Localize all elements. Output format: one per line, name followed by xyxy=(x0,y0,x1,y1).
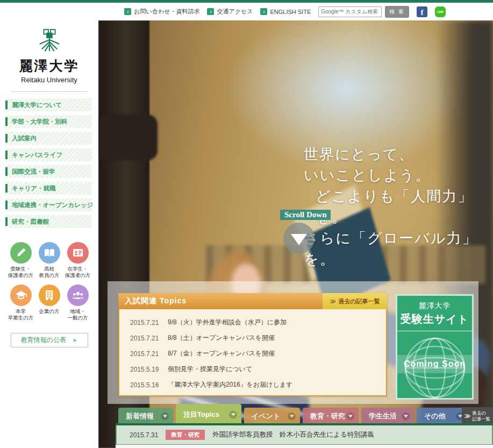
audience-students-parents[interactable]: 在学生・ 保護者の方 xyxy=(63,242,92,279)
sidebar-nav-label: 麗澤大学について xyxy=(12,101,62,109)
audience-links: 受験生・ 保護者の方 高校 教員の方 在学生・ 保護者の方 本学 卒業生の方 xyxy=(6,242,92,321)
logo-title: 麗澤大学 xyxy=(0,57,98,75)
examinee-site-university: 麗澤大学 xyxy=(397,301,472,311)
english-site-link[interactable]: › ENGLISH SITE xyxy=(260,8,311,15)
audience-label: 本学 卒業生の方 xyxy=(6,308,35,322)
english-site-label: ENGLISH SITE xyxy=(270,9,311,15)
topic-date: 2015.5.19 xyxy=(130,366,168,373)
topics-list: 2015.7.21 9/8（火）学外進学相談会（水戸）に参加 2015.7.21… xyxy=(118,309,387,396)
site-search: 検 索 xyxy=(318,6,409,18)
people-icon xyxy=(67,285,89,306)
university-logo[interactable]: 麗澤大学 Reitaku University xyxy=(0,20,98,84)
id-card-icon xyxy=(67,242,89,264)
sidebar: 麗澤大学 Reitaku University 麗澤大学について 学部・大学院・… xyxy=(0,20,98,448)
tab-label: 学生生活 xyxy=(369,411,397,421)
topic-text: 8/7（金）オープンキャンパスを開催 xyxy=(168,349,275,358)
audience-label: 企業の方 xyxy=(35,308,63,315)
hero-tagline-line: さらに「グローバル力」を。 xyxy=(304,228,493,270)
topic-date: 2015.7.21 xyxy=(130,319,168,326)
sidebar-nav-item[interactable]: 地域連携・オープンカレッジ xyxy=(5,198,92,211)
news-category-badge: 教育・研究 xyxy=(166,430,205,440)
sidebar-nav-label: キャリア・就職 xyxy=(12,184,56,193)
audience-label: 高校 教員の方 xyxy=(35,266,63,279)
sidebar-nav-label: 国際交流・留学 xyxy=(12,168,55,176)
contact-request-label: お問い合わせ・資料請求 xyxy=(134,8,199,16)
building-icon xyxy=(39,285,60,306)
tab-education-research[interactable]: 教育・研究 xyxy=(303,408,359,425)
sidebar-nav-item[interactable]: 入試案内 xyxy=(5,132,92,145)
topic-date: 2015.7.21 xyxy=(130,335,168,342)
contact-request-link[interactable]: › お問い合わせ・資料請求 xyxy=(124,8,199,16)
topic-date: 2015.5.16 xyxy=(130,381,168,389)
topics-list-item[interactable]: 2015.7.21 8/7（金）オープンキャンパスを開催 xyxy=(119,346,386,361)
sidebar-nav-item[interactable]: 国際交流・留学 xyxy=(5,165,92,178)
admissions-topics-box: 入試関連 Topics ≫ 過去の記事一覧 2015.7.21 9/8（火）学外… xyxy=(118,293,387,396)
audience-hs-teachers[interactable]: 高校 教員の方 xyxy=(35,242,63,279)
sidebar-nav-label: 研究・図書館 xyxy=(12,218,49,226)
chevron-down-icon xyxy=(346,413,354,421)
topics-archive-button[interactable]: ≫ 過去の記事一覧 xyxy=(323,293,387,309)
access-label: 交通アクセス xyxy=(217,8,253,16)
topic-text: 『麗澤大学入学案内2016』をお届けします xyxy=(168,380,292,389)
tab-student-life[interactable]: 学生生活 xyxy=(361,408,414,425)
tab-featured-topics[interactable]: 注目Topics xyxy=(176,404,241,425)
tab-others[interactable]: その他 xyxy=(417,408,468,425)
chevron-right-icon: › xyxy=(207,8,214,15)
hero-tagline-line: いいことしよう。 xyxy=(304,165,493,186)
audience-label: 在学生・ 保護者の方 xyxy=(63,266,92,279)
chevron-down-icon xyxy=(161,413,169,421)
next-row-peek xyxy=(116,445,493,448)
examinee-site-banner[interactable]: 麗澤大学 受験生サイト Coming Soon xyxy=(396,294,474,400)
chevron-down-icon xyxy=(402,413,410,421)
sidebar-nav-item[interactable]: キャリア・就職 xyxy=(5,182,92,195)
chevron-down-icon xyxy=(229,410,237,418)
sidebar-nav-label: 入試案内 xyxy=(12,134,37,143)
double-chevron-icon: ≫ xyxy=(330,298,337,305)
news-archive-tab[interactable]: ≫ 過去の 記事一覧 xyxy=(462,407,493,425)
chevron-right-icon: › xyxy=(260,8,267,15)
topics-list-item[interactable]: 2015.5.16 『麗澤大学入学案内2016』をお届けします xyxy=(119,377,386,393)
globe-area: Coming Soon xyxy=(397,331,472,399)
grad-cap-icon xyxy=(10,285,32,306)
hero-tagline: 世界にとって、 いいことしよう。 どこよりも「人間力」を。 さらに「グローバル力… xyxy=(304,144,493,270)
divider xyxy=(11,91,88,92)
sidebar-nav-item[interactable]: キャンパスライフ xyxy=(5,148,92,161)
search-input[interactable] xyxy=(318,6,382,17)
topic-text: 8/8（土）オープンキャンパスを開催 xyxy=(168,333,275,343)
sidebar-nav-item[interactable]: 学部・大学院・別科 xyxy=(5,115,92,128)
news-list-item[interactable]: 2015.7.31 教育・研究 外国語学部客員教授 鈴木小百合先生による特別講義 xyxy=(116,425,493,445)
audience-community[interactable]: 地域・ 一般の方 xyxy=(63,285,92,322)
coming-soon-badge: Coming Soon xyxy=(397,355,472,373)
education-info-button[interactable]: 教育情報の公表 ＞ xyxy=(11,333,88,347)
chevron-right-icon: › xyxy=(124,8,131,15)
double-chevron-icon: ≫ xyxy=(465,413,471,419)
audience-alumni[interactable]: 本学 卒業生の方 xyxy=(6,285,35,322)
chevron-down-icon xyxy=(288,413,296,421)
search-button[interactable]: 検 索 xyxy=(385,6,409,18)
sidebar-nav-item[interactable]: 麗澤大学について xyxy=(5,98,92,111)
utility-bar: › お問い合わせ・資料請求 › 交通アクセス › ENGLISH SITE 検 … xyxy=(0,3,493,20)
tab-label: イベント xyxy=(252,411,280,421)
logo-subtitle: Reitaku University xyxy=(0,76,98,84)
tab-new-info[interactable]: 新着情報 xyxy=(118,408,173,425)
access-link[interactable]: › 交通アクセス xyxy=(207,8,253,16)
scroll-down-button[interactable] xyxy=(283,223,315,254)
topics-list-item[interactable]: 2015.5.19 個別見学・授業見学について xyxy=(119,361,386,377)
tab-events[interactable]: イベント xyxy=(244,408,300,425)
crest-icon xyxy=(37,28,62,53)
topics-header: 入試関連 Topics ≫ 過去の記事一覧 xyxy=(118,293,387,309)
topics-title: 入試関連 Topics xyxy=(125,296,187,306)
sidebar-nav: 麗澤大学について 学部・大学院・別科 入試案内 キャンパスライフ 国際交流・留学 xyxy=(0,98,98,228)
audience-examinees[interactable]: 受験生・ 保護者の方 xyxy=(6,242,35,279)
pencil-icon xyxy=(10,242,32,264)
tab-label: 教育・研究 xyxy=(310,411,345,421)
sidebar-nav-item[interactable]: 研究・図書館 xyxy=(5,215,92,228)
topics-list-item[interactable]: 2015.7.21 9/8（火）学外進学相談会（水戸）に参加 xyxy=(119,315,386,330)
photo-lamppost-capital xyxy=(98,115,158,160)
topics-list-item[interactable]: 2015.7.21 8/8（土）オープンキャンパスを開催 xyxy=(119,330,386,346)
news-archive-label: 過去の 記事一覧 xyxy=(472,410,490,421)
facebook-icon[interactable]: f xyxy=(417,6,427,17)
scroll-down-label[interactable]: Scroll Down xyxy=(280,210,331,220)
line-icon[interactable]: LINE xyxy=(435,6,446,17)
audience-companies[interactable]: 企業の方 xyxy=(35,285,63,322)
